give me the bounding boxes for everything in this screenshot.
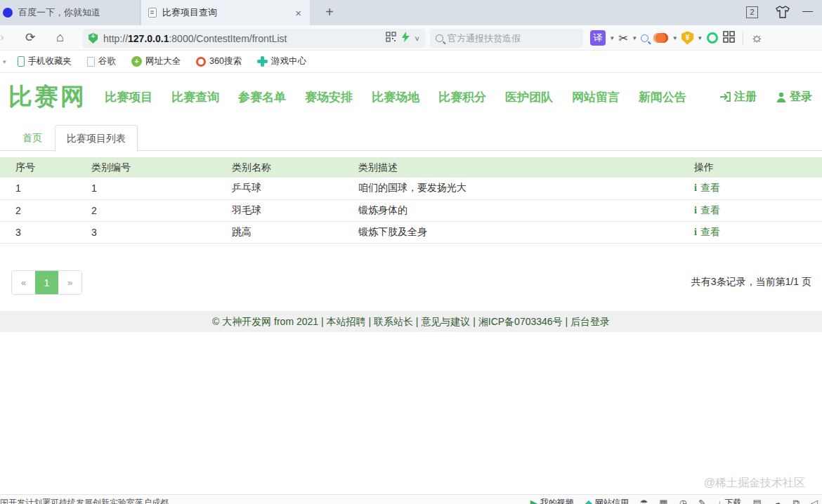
bookmark-label: 谷歌 <box>98 55 116 67</box>
close-tab-icon[interactable]: × <box>294 7 303 19</box>
games-dropdown-icon[interactable]: ▾ <box>673 34 677 41</box>
umbrella-icon: ☂ <box>640 498 648 504</box>
site-logo[interactable]: 比赛网 <box>8 81 86 113</box>
nav-news[interactable]: 新闻公告 <box>639 89 686 105</box>
bookmark-label: 网址大全 <box>145 55 181 67</box>
toolbar-divider <box>743 31 743 45</box>
history-item[interactable]: ◷ <box>679 498 687 504</box>
qr-code-icon[interactable] <box>386 32 396 45</box>
search-icon <box>436 34 443 42</box>
browser-tab-title: 比赛项目查询 <box>162 6 288 19</box>
bookmark-google[interactable]: 谷歌 <box>83 55 120 67</box>
window-icon: ⧉ <box>793 498 800 504</box>
cell-name: 跳高 <box>216 221 343 243</box>
page-1-button[interactable]: 1 <box>35 271 58 294</box>
wallet-dropdown-icon[interactable]: ▾ <box>698 34 702 41</box>
sound-item[interactable]: ◁ <box>811 498 818 504</box>
site-credit-item[interactable]: ◆网站信用 <box>585 497 629 504</box>
table-row: 1 1 乒乓球 咱们的国球，要发扬光大 i查看 <box>0 178 822 199</box>
next-page-button[interactable]: » <box>58 271 81 294</box>
browser-tab-baidu[interactable]: 百度一下，你就知道 <box>0 0 141 25</box>
nav-entry-list[interactable]: 参赛名单 <box>238 89 286 105</box>
media-item[interactable]: ▦ <box>659 498 667 504</box>
register-link[interactable]: 注册 <box>719 90 757 105</box>
status-items: ▶我的视频 ◆网站信用 ☂ ▦ ◷ ✎ ↓下载 ▤ ☁ ⧉ ◁ <box>530 497 818 504</box>
speaker-icon: ◁ <box>811 498 818 504</box>
new-tab-button[interactable]: + <box>320 3 339 22</box>
table-header-row: 序号 类别编号 类别名称 类别描述 操作 <box>0 157 822 178</box>
col-category-code: 类别编号 <box>76 157 216 178</box>
translate-icon[interactable]: 译 <box>590 30 606 46</box>
browser-search-input[interactable] <box>448 33 567 44</box>
view-label: 查看 <box>700 226 720 239</box>
browser-tab-contest[interactable]: 比赛项目查询 × <box>141 0 310 25</box>
games-icon[interactable] <box>653 33 668 43</box>
theme-shirt-icon[interactable] <box>776 6 790 21</box>
page-icon <box>87 57 95 67</box>
reload-icon[interactable]: ⟳ <box>25 30 35 45</box>
bookmark-site-directory[interactable]: + 网址大全 <box>127 55 185 67</box>
green-plus-icon: + <box>131 56 142 67</box>
nav-contest-venues[interactable]: 比赛场地 <box>372 89 419 105</box>
login-link[interactable]: 登录 <box>776 90 812 105</box>
window-item[interactable]: ⧉ <box>793 498 800 504</box>
security-shield-icon[interactable] <box>89 33 98 44</box>
my-videos-item[interactable]: ▶我的视频 <box>530 497 574 504</box>
forward-icon[interactable]: › <box>0 30 4 44</box>
tab-home[interactable]: 首页 <box>11 125 53 151</box>
nav-medical-team[interactable]: 医护团队 <box>505 89 553 105</box>
prev-page-button[interactable]: « <box>12 271 35 294</box>
view-link[interactable]: i查看 <box>694 226 720 239</box>
tab-count-badge[interactable]: 2 <box>746 6 758 18</box>
tab-contest-item-list[interactable]: 比赛项目列表 <box>55 125 138 152</box>
view-link[interactable]: i查看 <box>694 182 720 194</box>
info-icon: i <box>694 183 697 194</box>
cloud-item[interactable]: ☁ <box>773 498 782 504</box>
bookmark-360-search[interactable]: 360搜索 <box>192 55 246 67</box>
edit-item[interactable]: ✎ <box>698 498 706 504</box>
browser-search-box[interactable] <box>430 29 583 48</box>
game-cross-icon <box>257 56 268 67</box>
col-category-name: 类别名称 <box>216 157 343 178</box>
col-category-desc: 类别描述 <box>343 157 679 178</box>
screenshot-dropdown-icon[interactable]: ▾ <box>633 34 637 41</box>
url-text[interactable]: http://127.0.0.1:8000/ContestItem/frontL… <box>103 33 380 44</box>
cell-name: 羽毛球 <box>216 199 343 221</box>
browser-tab-bar: 百度一下，你就知道 比赛项目查询 × + 2 — <box>0 0 822 25</box>
nav-venue-schedule[interactable]: 赛场安排 <box>305 89 353 105</box>
download-item[interactable]: ↓下载 <box>717 497 742 504</box>
view-link[interactable]: i查看 <box>694 204 720 217</box>
umbrella-item[interactable]: ☂ <box>640 498 648 504</box>
nav-contest-query[interactable]: 比赛查询 <box>171 89 219 105</box>
bookmark-label: 游戏中心 <box>271 55 306 67</box>
apps-grid-icon[interactable] <box>723 31 735 46</box>
browser-mode-icon[interactable] <box>707 32 718 44</box>
cell-code: 1 <box>76 178 216 199</box>
bookmarks-dropdown-icon[interactable]: ▾ <box>3 58 6 65</box>
translate-dropdown-icon[interactable]: ▾ <box>611 34 614 41</box>
minimize-window-icon[interactable]: — <box>802 4 813 16</box>
page-search-icon[interactable] <box>641 34 648 42</box>
info-icon: i <box>694 227 697 238</box>
nav-site-messages[interactable]: 网站留言 <box>572 89 620 105</box>
pagination: « 1 » <box>11 270 82 295</box>
print-item[interactable]: ▤ <box>752 498 761 504</box>
news-ticker[interactable]: 国开发计划署可持续发展创新实验室落户成都 <box>0 497 169 504</box>
site-footer: © 大神开发网 from 2021 | 本站招聘 | 联系站长 | 意见与建议 … <box>0 311 822 332</box>
bookmark-game-center[interactable]: 游戏中心 <box>253 55 311 67</box>
address-dropdown-icon[interactable]: ˅ <box>415 34 419 43</box>
home-icon[interactable]: ⌂ <box>56 30 64 45</box>
nav-contest-items[interactable]: 比赛项目 <box>105 89 152 105</box>
lightning-icon[interactable] <box>402 32 410 45</box>
wallet-shield-icon[interactable]: ¥ <box>681 32 693 45</box>
baidu-favicon <box>3 8 13 18</box>
screenshot-scissors-icon[interactable]: ✂ <box>619 32 628 45</box>
brightness-icon[interactable]: ☼ <box>751 30 763 46</box>
table-row: 3 3 跳高 锻炼下肢及全身 i查看 <box>0 221 822 243</box>
user-icon <box>776 92 786 102</box>
register-label: 注册 <box>734 90 757 105</box>
browser-toolbar: › ⟳ ⌂ http://127.0.0.1:8000/ContestItem/… <box>0 25 822 51</box>
nav-contest-scores[interactable]: 比赛积分 <box>438 89 486 105</box>
address-bar[interactable]: http://127.0.0.1:8000/ContestItem/frontL… <box>83 29 425 48</box>
bookmark-mobile-favorites[interactable]: 手机收藏夹 <box>13 55 77 67</box>
